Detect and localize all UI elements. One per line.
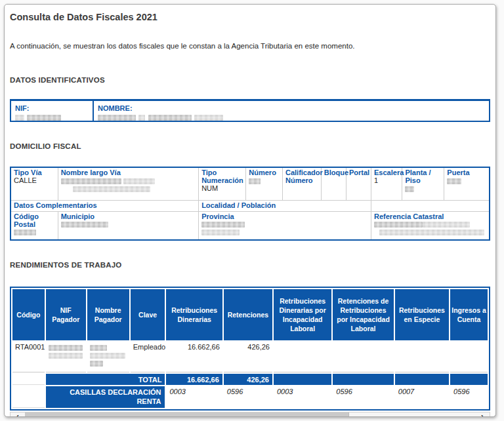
redacted-value: [49, 353, 83, 359]
scroll-left-icon[interactable]: ‹: [10, 412, 25, 417]
column-header-codigo: Código: [12, 289, 45, 340]
cell-codigo-value: RTA0001: [12, 342, 45, 372]
column-header-retribuciones-dinerarias: Retribuciones Dinerarias: [166, 289, 222, 340]
redacted-value: [14, 230, 36, 235]
redacted-value: [123, 178, 155, 184]
redacted-value: [15, 115, 24, 121]
tipo-via-value: CALLE: [14, 176, 55, 184]
cell-retribuciones-dinerarias-value: 16.662,66: [166, 342, 222, 372]
datos-complementarios-label: Datos Complementarios: [14, 201, 97, 209]
scrollbar-thumb[interactable]: [25, 412, 349, 417]
cell-codigo-postal: Código Postal: [10, 211, 58, 240]
casilla-retribuciones-dinerarias-incapacidad: 0003: [274, 386, 331, 408]
redacted-value: [405, 186, 414, 192]
casillas-label: CASILLAS DECLARACIÓN RENTA: [46, 386, 165, 408]
horizontal-scrollbar[interactable]: ‹ ›: [10, 412, 490, 417]
redacted-value: [90, 345, 107, 351]
redacted-value: [27, 115, 61, 121]
redacted-value: [148, 115, 192, 121]
bloque-label: Bloque: [324, 169, 348, 176]
escalera-value: 1: [374, 176, 399, 184]
casilla-retribuciones-especie: 0007: [395, 386, 449, 408]
nombre-label: NOMBRE:: [98, 104, 133, 112]
redacted-value: [49, 345, 83, 351]
cell-tipo-numeracion: Tipo Numeración NUM: [199, 167, 246, 200]
cell-retenciones-value: 426,26: [224, 342, 272, 372]
redacted-value: [73, 186, 150, 192]
casilla-ingresos-cuenta: 0596: [450, 386, 488, 408]
page-title: Consulta de Datos Fiscales 2021: [10, 12, 492, 22]
nombre-largo-via-label: Nombre largo Vía: [61, 169, 121, 176]
total-retribuciones-dinerarias: 16.662,66: [166, 374, 222, 385]
localidad-poblacion-label: Localidad / Población: [201, 201, 276, 209]
cell-clave-value: Empleado: [131, 342, 165, 372]
nif-label: NIF:: [15, 104, 29, 112]
section-heading-domicilio-fiscal: DOMICILIO FISCAL: [10, 142, 492, 150]
cell-numero: Número: [246, 167, 283, 200]
scroll-right-icon[interactable]: ›: [475, 412, 490, 417]
codigo-postal-label: Código Postal: [14, 212, 39, 228]
column-header-retenciones-retribuciones-incapacidad: Retenciones de Retribuciones por Incapac…: [333, 289, 393, 340]
cell-municipio: Municipio: [58, 211, 198, 240]
casillas-row: CASILLAS DECLARACIÓN RENTA 0003 0596 000…: [12, 386, 488, 408]
referencia-catastral-label: Referencia Catastral: [374, 212, 444, 220]
redacted-value: [374, 222, 423, 228]
cell-planta-piso: Planta / Piso: [402, 167, 444, 200]
cell-nombre-pagador-value: [87, 342, 129, 372]
column-header-retenciones: Retenciones: [224, 289, 272, 340]
redacted-value: [98, 115, 136, 121]
cell-empty: [333, 374, 393, 385]
cell-datos-complementarios: Datos Complementarios: [10, 200, 199, 211]
casilla-retribuciones-dinerarias: 0003: [166, 386, 222, 408]
cell-empty: [450, 374, 488, 385]
page-container: Consulta de Datos Fiscales 2021 A contin…: [4, 4, 496, 417]
cell-empty: [12, 386, 45, 408]
column-header-retribuciones-especie: Retribuciones en Especie: [395, 289, 449, 340]
redacted-value: [379, 230, 484, 235]
cell-empty: [395, 374, 449, 385]
rendimientos-table: Código NIF Pagador Nombre Pagador Clave …: [10, 287, 490, 411]
redacted-value: [194, 115, 223, 121]
cell-nif-pagador-value: [46, 342, 86, 372]
numero-label: Número: [249, 169, 276, 176]
nombre-field: NOMBRE:: [94, 101, 489, 121]
municipio-label: Municipio: [61, 212, 94, 220]
total-retenciones: 426,26: [224, 374, 272, 385]
escalera-label: Escalera: [374, 169, 404, 176]
table-header-row: Código NIF Pagador Nombre Pagador Clave …: [12, 289, 488, 340]
scrollbar-track[interactable]: [25, 412, 475, 417]
casilla-retenciones-retribuciones-incapacidad: 0596: [333, 386, 393, 408]
column-header-nif-pagador: NIF Pagador: [46, 289, 86, 340]
cell-empty: [371, 200, 490, 211]
cell-referencia-catastral: Referencia Catastral: [371, 211, 490, 240]
cell-puerta: Puerta: [444, 167, 490, 200]
redacted-value: [90, 361, 103, 367]
provincia-label: Provincia: [201, 212, 234, 220]
tipo-numeracion-label: Tipo Numeración: [201, 169, 243, 184]
cell-bloque: Bloque: [321, 167, 346, 200]
column-header-retribuciones-dinerarias-incapacidad: Retribuciones Dinerarias por Incapacidad…: [274, 289, 331, 340]
redacted-value: [61, 222, 108, 228]
cell-provincia: Provincia: [199, 211, 371, 240]
cell-empty: [450, 342, 488, 372]
redacted-value: [138, 115, 145, 121]
calificador-numero-label: Calificador Número: [285, 169, 323, 184]
cell-empty: [333, 342, 393, 372]
cell-empty: [395, 342, 449, 372]
cell-escalera: Escalera 1: [371, 167, 402, 200]
identification-box: NIF: NOMBRE:: [10, 99, 490, 122]
cell-localidad-poblacion: Localidad / Población: [199, 200, 371, 211]
section-heading-datos-identificativos: DATOS IDENTIFICATIVOS: [10, 76, 492, 84]
casilla-retenciones: 0596: [224, 386, 272, 408]
redacted-value: [90, 353, 125, 359]
planta-piso-label: Planta / Piso: [405, 169, 430, 184]
tipo-via-label: Tipo Vía: [14, 169, 42, 176]
puerta-label: Puerta: [447, 169, 469, 176]
cell-portal: Portal: [346, 167, 371, 200]
cell-nombre-largo-via: Nombre largo Vía: [58, 167, 198, 200]
redacted-value: [249, 178, 261, 184]
redacted-value: [61, 178, 121, 184]
column-header-ingresos-cuenta: Ingresos a Cuenta: [450, 289, 488, 340]
domicilio-table: Tipo Vía CALLE Nombre largo Vía Tipo Num…: [10, 167, 490, 241]
cell-tipo-via: Tipo Vía CALLE: [10, 167, 58, 200]
